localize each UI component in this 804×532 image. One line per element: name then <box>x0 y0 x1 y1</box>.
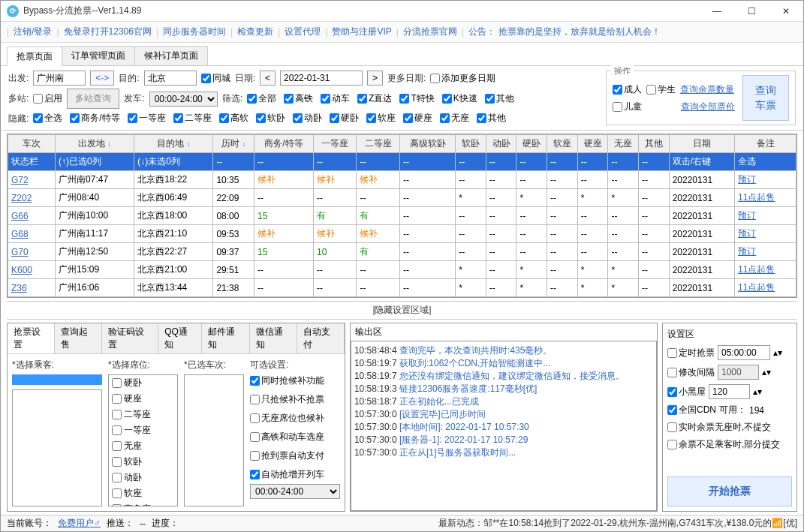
filter-6[interactable]: 其他 <box>485 92 514 105</box>
note-cell[interactable]: 11点起售 <box>735 279 796 297</box>
qcount-link[interactable]: 查询余票数量 <box>680 83 734 96</box>
seat-item[interactable]: 软卧 <box>109 454 177 470</box>
col-16[interactable]: 备注 <box>735 135 796 153</box>
passenger-listbox[interactable] <box>12 389 102 506</box>
opt-1[interactable]: 只抢候补不抢票 <box>250 393 340 406</box>
seat-item[interactable]: 二等座 <box>109 407 177 422</box>
train-cell[interactable]: K600 <box>8 261 56 279</box>
col-3[interactable]: 历时 ↓ <box>213 135 254 153</box>
filter-0[interactable]: 全部 <box>247 92 276 105</box>
minimize-button[interactable]: — <box>706 6 728 17</box>
filter-5[interactable]: K快速 <box>442 92 477 105</box>
query-button[interactable]: 查询 车票 <box>742 75 789 121</box>
seat-item[interactable]: 无座 <box>109 438 177 454</box>
btab-3[interactable]: QQ通知 <box>158 323 202 353</box>
toolbar-checkupdate[interactable]: 检查更新 <box>237 26 273 38</box>
seat-item[interactable]: 硬卧 <box>109 375 177 391</box>
hide-8[interactable]: 软座 <box>366 112 396 125</box>
depart-select[interactable]: 00:00-24:00 <box>149 92 218 107</box>
train-cell[interactable]: Z36 <box>8 279 56 297</box>
col-7[interactable]: 高级软卧 <box>399 135 455 153</box>
partial-check[interactable]: 余票不足乘客时,部分提交 <box>667 438 780 451</box>
hide-settings-bar[interactable]: |隐藏设置区域| <box>7 301 797 320</box>
seat-item[interactable]: 硬座 <box>109 391 177 407</box>
hide-5[interactable]: 软卧 <box>256 112 285 125</box>
note-cell[interactable]: 11点起售 <box>735 261 796 279</box>
date-input[interactable] <box>280 71 363 86</box>
col-5[interactable]: 一等座 <box>314 135 357 153</box>
spin-icon[interactable]: ▴▾ <box>773 347 782 358</box>
maximize-button[interactable]: ☐ <box>740 6 763 17</box>
enable-check[interactable]: 启用 <box>33 92 62 105</box>
date-next[interactable]: > <box>367 71 383 86</box>
train-list[interactable] <box>184 374 244 506</box>
spin-icon[interactable]: ▴▾ <box>753 386 762 397</box>
opt-2[interactable]: 无座席位也候补 <box>250 412 340 425</box>
note-cell[interactable]: 全选 <box>735 153 796 171</box>
date-prev[interactable]: < <box>260 71 276 86</box>
train-cell[interactable]: G68 <box>8 225 56 243</box>
hide-1[interactable]: 商务/特等 <box>70 112 119 125</box>
spin-icon[interactable]: ▴▾ <box>762 367 771 377</box>
train-cell[interactable]: G70 <box>8 243 56 261</box>
hide-10[interactable]: 无座 <box>440 112 469 125</box>
toolbar-vip[interactable]: 赞助与注册VIP <box>332 26 391 38</box>
interval-input[interactable] <box>718 365 759 380</box>
note-cell[interactable]: 11点起售 <box>735 189 796 207</box>
hide-0[interactable]: 全选 <box>33 112 62 125</box>
interval-check[interactable]: 修改间隔 <box>667 366 715 379</box>
btab-5[interactable]: 微信通知 <box>250 323 297 353</box>
toolbar-site[interactable]: 分流抢票官网 <box>403 26 457 38</box>
qprice-link[interactable]: 查询全部票价 <box>681 101 735 113</box>
btab-4[interactable]: 邮件通知 <box>202 323 249 353</box>
hide-7[interactable]: 硬卧 <box>330 112 359 125</box>
tab-orders[interactable]: 订单管理页面 <box>62 46 135 65</box>
filter-4[interactable]: T特快 <box>399 92 434 105</box>
seat-list[interactable]: 硬卧硬座二等座一等座无座软卧动卧软座商务座特等座 <box>108 374 178 506</box>
col-15[interactable]: 日期 <box>669 135 734 153</box>
note-cell[interactable]: 预订 <box>735 225 796 243</box>
btab-6[interactable]: 自动支付 <box>297 323 345 353</box>
tab-grab[interactable]: 抢票页面 <box>7 47 62 66</box>
cdn-check[interactable]: 全国CDN <box>667 404 716 416</box>
col-14[interactable]: 其他 <box>639 135 670 153</box>
col-8[interactable]: 软卧 <box>456 135 486 153</box>
timed-input[interactable] <box>718 345 770 360</box>
to-input[interactable] <box>144 71 197 86</box>
addmoredate-check[interactable]: 添加更多日期 <box>430 72 495 85</box>
train-cell[interactable]: 状态栏 <box>8 153 56 171</box>
hide-11[interactable]: 其他 <box>477 112 506 125</box>
opt-4[interactable]: 抢到票自动支付 <box>250 449 340 462</box>
opt-3[interactable]: 高铁和动车选座 <box>250 431 340 443</box>
btab-0[interactable]: 抢票设置 <box>8 323 55 353</box>
student-check[interactable]: 学生 <box>646 83 676 96</box>
multiquery-button[interactable]: 多站查询 <box>67 89 119 109</box>
train-cell[interactable]: Z202 <box>8 189 56 207</box>
col-11[interactable]: 软座 <box>547 135 578 153</box>
toolbar-open12306[interactable]: 免登录打开12306官网 <box>64 26 152 38</box>
table-row[interactable]: G72广州南07:47北京西18:2210:35候补候补候补----------… <box>8 171 796 189</box>
note-cell[interactable]: 预订 <box>735 243 796 261</box>
table-row[interactable]: K600广州15:09北京西21:0029:51--------*--*--**… <box>8 261 796 279</box>
hide-9[interactable]: 硬座 <box>403 112 432 125</box>
note-cell[interactable]: 预订 <box>735 171 796 189</box>
realtime-check[interactable]: 实时余票无座时,不提交 <box>667 421 771 434</box>
child-check[interactable]: 儿童 <box>613 101 642 113</box>
passenger-list[interactable] <box>12 374 102 385</box>
close-button[interactable]: ✕ <box>775 6 797 17</box>
toolbar-logout[interactable]: 注销/登录 <box>14 26 52 38</box>
hide-2[interactable]: 一等座 <box>128 112 166 125</box>
col-10[interactable]: 硬卧 <box>516 135 547 153</box>
btab-2[interactable]: 验证码设置 <box>102 323 158 353</box>
col-4[interactable]: 商务/特等 <box>254 135 314 153</box>
col-0[interactable]: 车次 <box>8 135 56 153</box>
note-cell[interactable]: 预订 <box>735 207 796 225</box>
table-row[interactable]: G68广州南11:17北京西21:1009:53候补候补候补----------… <box>8 225 796 243</box>
train-cell[interactable]: G66 <box>8 207 56 225</box>
free-user-link[interactable]: 免费用户♂ <box>58 517 101 530</box>
table-row[interactable]: 状态栏(↑)已选0列(↓)未选0列-----------------------… <box>8 153 796 171</box>
seat-item[interactable]: 商务座 <box>109 501 177 506</box>
start-button[interactable]: 开始抢票 <box>667 476 792 506</box>
opt-time-select[interactable]: 00:00-24:00 <box>250 484 340 499</box>
btab-1[interactable]: 查询起售 <box>55 323 102 353</box>
